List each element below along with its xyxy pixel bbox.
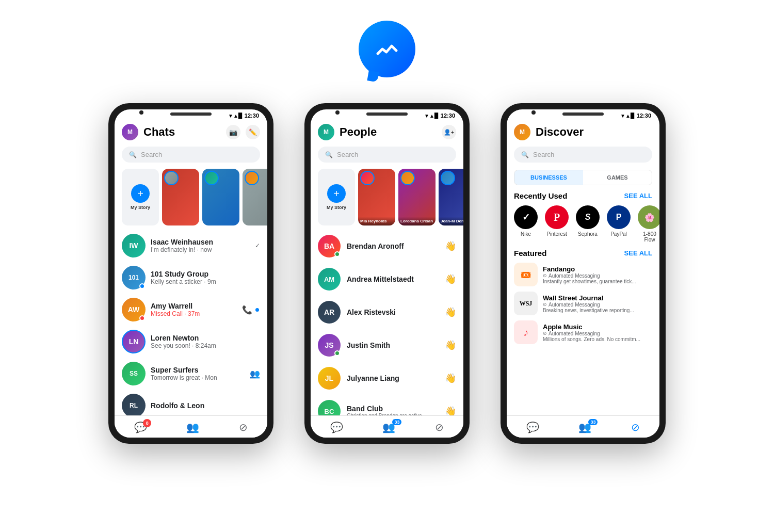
story-name-p3: Jean-M Denis <box>441 219 463 223</box>
story-name-p2: Loredana Crisan <box>400 219 433 223</box>
wsj-sub: ⊙ Automated Messaging <box>543 302 652 308</box>
tab-businesses[interactable]: BUSINESSES <box>514 170 583 185</box>
chats-phone: ▼▲▉ 12:30 M Chats 📷 ✏️ 🔍 Search <box>108 103 273 444</box>
pinterest-logo: P <box>545 205 569 229</box>
chat-icon-discover: 💬 <box>526 421 539 433</box>
nav-discover-people[interactable]: ⊘ <box>435 421 444 433</box>
contact-avatar-alex: AR <box>318 301 341 324</box>
wave-icon-andrea[interactable]: 👋 <box>445 273 456 285</box>
brand-flowers[interactable]: 🌸 1-800 Flow <box>638 205 659 243</box>
contact-name-justin: Justin Smith <box>347 341 439 349</box>
recently-used-section: Recently Used SEE ALL ✓ Nike P <box>507 188 659 246</box>
people-my-story[interactable]: + My Story <box>318 169 355 225</box>
contact-julyanne[interactable]: JL Julyanne Liang 👋 <box>311 362 463 395</box>
nav-discover-discover[interactable]: ⊘ <box>631 421 640 433</box>
signal-icons: ▼▲▉ <box>228 113 243 119</box>
contact-avatar-brendan: BA <box>318 235 341 257</box>
contact-avatar-justin: JS <box>318 334 341 357</box>
contact-justin[interactable]: JS Justin Smith 👋 <box>311 329 463 362</box>
chat-item-loren[interactable]: LN Loren Newton See you soon! · 8:24am <box>115 326 267 358</box>
story-item-3[interactable] <box>243 169 267 225</box>
add-story-btn-people[interactable]: + <box>327 184 346 203</box>
wave-icon-julyanne[interactable]: 👋 <box>445 373 456 384</box>
messenger-logo <box>359 21 415 77</box>
search-bar-chats[interactable]: 🔍 Search <box>122 147 260 163</box>
my-story-item[interactable]: + My Story <box>122 169 159 225</box>
featured-see-all[interactable]: SEE ALL <box>624 249 652 257</box>
brand-pinterest[interactable]: P Pinterest <box>545 205 569 243</box>
contact-brendan[interactable]: BA Brendan Aronoff 👋 <box>311 230 463 263</box>
paypal-logo: P <box>607 205 631 229</box>
contact-name-band: Band Club <box>347 405 439 413</box>
people-phone: ▼▲▉ 12:30 M People 👤+ 🔍 Search <box>304 103 470 444</box>
story-item-1[interactable] <box>162 169 199 225</box>
story-item-2[interactable] <box>202 169 239 225</box>
phones-container: ▼▲▉ 12:30 M Chats 📷 ✏️ 🔍 Search <box>108 103 666 444</box>
wave-icon-alex[interactable]: 👋 <box>445 307 456 318</box>
wsj-desc: Breaking news, investigative reporting..… <box>543 308 652 313</box>
brand-sephora[interactable]: S Sephora <box>576 205 600 243</box>
discover-icon-discover: ⊘ <box>631 421 640 433</box>
add-story-button[interactable]: + <box>131 184 150 203</box>
story-name-p1: Mia Reynolds <box>360 219 393 223</box>
wave-icon-band[interactable]: 👋 <box>445 406 456 415</box>
search-bar-discover[interactable]: 🔍 Search <box>514 147 652 163</box>
nav-chats-discover[interactable]: 💬 <box>526 421 539 433</box>
featured-fandango[interactable]: 🎟 Fandango ⊙ Automated Messaging Instant… <box>514 263 652 286</box>
chat-name-isaac: Isaac Weinhausen <box>151 238 250 246</box>
chat-name-rodolfo: Rodolfo & Leon <box>151 401 260 410</box>
brand-nike[interactable]: ✓ Nike <box>514 205 538 243</box>
nav-discover[interactable]: ⊘ <box>239 421 248 433</box>
story-row-people: + My Story Mia Reynolds Loredana Crisan <box>311 167 463 230</box>
contact-andrea[interactable]: AM Andrea Mittelstaedt 👋 <box>311 263 463 296</box>
nav-people[interactable]: 👥 <box>186 421 199 433</box>
people-header-icons[interactable]: 👤+ <box>442 125 456 139</box>
chat-item-surfers[interactable]: SS Super Surfers Tomorrow is great · Mon… <box>115 358 267 390</box>
contact-info-band: Band Club Christian and Brendan are acti… <box>347 405 439 416</box>
chat-item-amy[interactable]: AW Amy Warrell Missed Call · 37m 📞 <box>115 294 267 326</box>
featured-apple-music[interactable]: ♪ Apple Music ⊙ Automated Messaging Mill… <box>514 320 652 344</box>
fandango-desc: Instantly get showtimes, guarantee tick.… <box>543 279 652 284</box>
wave-icon-brendan[interactable]: 👋 <box>445 240 456 252</box>
chat-avatar-rodolfo: RL <box>122 394 146 415</box>
story-avatar-p1 <box>360 171 375 185</box>
search-bar-people[interactable]: 🔍 Search <box>318 147 456 163</box>
bottom-nav-chats: 💬 8 👥 ⊘ <box>115 415 267 438</box>
my-story-label-people: My Story <box>327 205 346 210</box>
contact-avatar-andrea: AM <box>318 268 341 291</box>
header-icons[interactable]: 📷 ✏️ <box>226 125 260 139</box>
chat-item-rodolfo[interactable]: RL Rodolfo & Leon <box>115 390 267 415</box>
people-story-2[interactable]: Loredana Crisan <box>398 169 436 225</box>
featured-wsj[interactable]: WSJ Wall Street Journal ⊙ Automated Mess… <box>514 292 652 315</box>
chats-header: M Chats 📷 ✏️ <box>115 120 267 144</box>
search-placeholder: Search <box>141 151 162 158</box>
compose-button[interactable]: ✏️ <box>246 125 260 139</box>
chat-info-rodolfo: Rodolfo & Leon <box>151 401 260 410</box>
status-bar-discover: ▼▲▉ 12:30 <box>507 109 659 120</box>
brand-paypal[interactable]: P PayPal <box>607 205 631 243</box>
add-friend-button[interactable]: 👤+ <box>442 125 456 139</box>
nav-people-discover[interactable]: 👥 33 <box>578 421 591 433</box>
nav-chats-people[interactable]: 💬 <box>330 421 343 433</box>
contact-alex[interactable]: AR Alex Ristevski 👋 <box>311 296 463 329</box>
search-placeholder-people: Search <box>337 151 358 158</box>
chat-badge: 8 <box>143 419 151 427</box>
chat-meta-isaac: ✓ <box>255 242 260 249</box>
chat-item-isaac[interactable]: IW Isaac Weinhausen I'm definately in! ·… <box>115 230 267 262</box>
apple-music-logo: ♪ <box>514 320 538 344</box>
nav-chats[interactable]: 💬 8 <box>134 421 147 433</box>
tab-games[interactable]: GAMES <box>583 170 652 185</box>
online-dot-justin <box>334 350 340 356</box>
nike-name: Nike <box>521 231 531 237</box>
chat-info-amy: Amy Warrell Missed Call · 37m <box>151 302 237 317</box>
contact-band[interactable]: BC Band Club Christian and Brendan are a… <box>311 395 463 415</box>
recently-used-see-all[interactable]: SEE ALL <box>624 192 652 200</box>
people-story-1[interactable]: Mia Reynolds <box>358 169 395 225</box>
wave-icon-justin[interactable]: 👋 <box>445 340 456 351</box>
camera-button[interactable]: 📷 <box>226 125 240 139</box>
discover-phone: ▼▲▉ 12:30 M Discover 🔍 Search BUSINESSES… <box>501 103 666 444</box>
people-story-3[interactable]: Jean-M Denis <box>439 169 463 225</box>
chat-item-study[interactable]: 101 101 Study Group Kelly sent a sticker… <box>115 262 267 294</box>
nav-people-people[interactable]: 👥 33 <box>382 421 395 433</box>
story-overlay-p1: Mia Reynolds <box>358 217 395 225</box>
